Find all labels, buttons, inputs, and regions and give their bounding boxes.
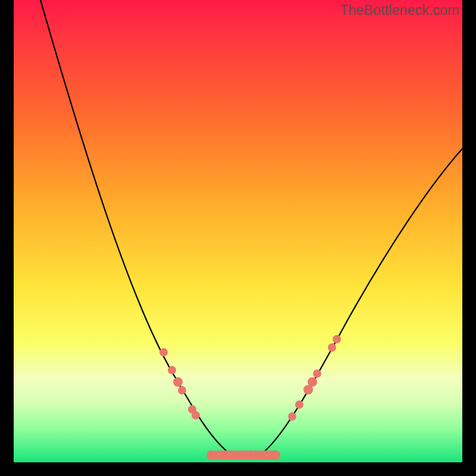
data-point <box>313 369 321 378</box>
chart-plot-area <box>14 0 462 462</box>
data-point <box>168 366 176 374</box>
data-point <box>288 412 296 421</box>
data-point <box>159 348 168 356</box>
data-point <box>295 400 303 409</box>
data-point <box>308 377 317 387</box>
data-point <box>271 450 280 460</box>
chart-svg <box>14 0 462 462</box>
data-point <box>173 377 183 387</box>
data-point <box>333 335 341 343</box>
data-point <box>178 386 186 394</box>
data-point <box>328 343 336 352</box>
data-point <box>192 411 200 419</box>
bottleneck-curve <box>40 0 462 457</box>
watermark-text: TheBottleneck.com <box>340 2 459 18</box>
